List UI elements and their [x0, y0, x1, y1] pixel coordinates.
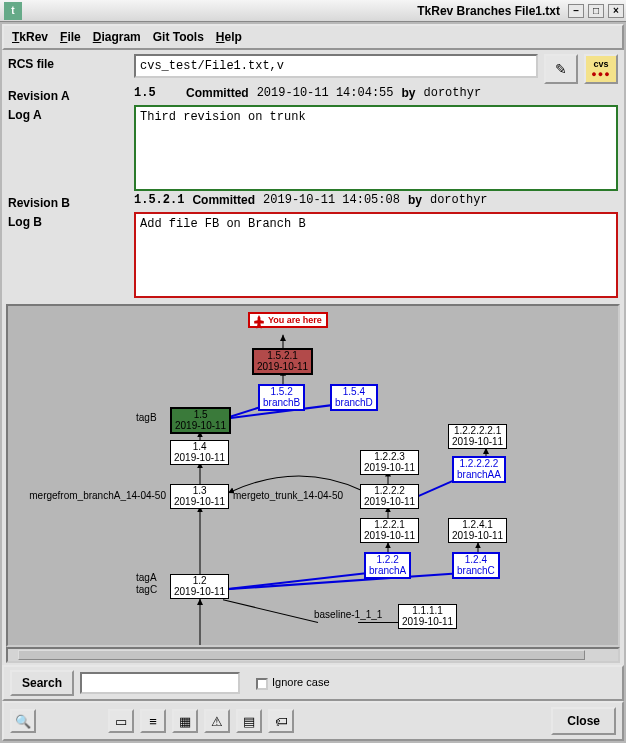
- tag-a-label: tagA: [136, 572, 157, 583]
- panels-icon[interactable]: ▤: [236, 709, 262, 733]
- window-titlebar: t TkRev Branches File1.txt – □ ×: [0, 0, 626, 22]
- menu-bar: TkRev File Diagram Git Tools Help: [2, 24, 624, 50]
- mergefrom-label: mergefrom_branchA_14-04-50: [8, 490, 166, 501]
- node-1-2-2-3[interactable]: 1.2.2.32019-10-11: [360, 450, 419, 475]
- lines-icon[interactable]: ≡: [140, 709, 166, 733]
- svg-line-16: [223, 600, 318, 623]
- node-1-2-2-2-2-1[interactable]: 1.2.2.2.2.12019-10-11: [448, 424, 507, 449]
- palette-icon[interactable]: ▦: [172, 709, 198, 733]
- refresh-icon[interactable]: 🔍: [10, 709, 36, 733]
- node-branch-aa[interactable]: 1.2.2.2.2branchAA: [452, 456, 506, 483]
- node-1-1-1-1[interactable]: 1.1.1.12019-10-11: [398, 604, 457, 629]
- minimize-button[interactable]: –: [568, 4, 584, 18]
- rcs-file-value[interactable]: cvs_test/File1.txt,v: [134, 54, 538, 78]
- cvs-icon[interactable]: cvs●●●: [584, 54, 618, 84]
- node-1-3[interactable]: 1.32019-10-11: [170, 484, 229, 509]
- diagram-hscrollbar[interactable]: [6, 647, 620, 663]
- revision-b-date: 2019-10-11 14:05:08: [263, 193, 400, 207]
- branch-diagram[interactable]: You are here 1.5.2.12019-10-11 1.5.2bran…: [6, 304, 620, 647]
- node-1-2-4-1[interactable]: 1.2.4.12019-10-11: [448, 518, 507, 543]
- revision-b-value: 1.5.2.1: [134, 193, 184, 207]
- search-input[interactable]: [80, 672, 240, 694]
- svg-line-9: [223, 573, 463, 589]
- edit-icon[interactable]: ✎: [544, 54, 578, 84]
- tag-icon[interactable]: 🏷: [268, 709, 294, 733]
- log-b-textarea[interactable]: Add file FB on Branch B: [134, 212, 618, 298]
- node-1-2-2-1[interactable]: 1.2.2.12019-10-11: [360, 518, 419, 543]
- log-b-label: Log B: [8, 212, 128, 229]
- maximize-button[interactable]: □: [588, 4, 604, 18]
- node-1-5[interactable]: 1.52019-10-11: [170, 407, 231, 434]
- svg-line-8: [223, 573, 368, 589]
- node-branch-a[interactable]: 1.2.2branchA: [364, 552, 411, 579]
- bottom-toolbar: 🔍 ▭ ≡ ▦ ⚠ ▤ 🏷 Close: [2, 701, 624, 741]
- baseline-label: baseline-1_1_1: [314, 609, 382, 620]
- close-window-button[interactable]: ×: [608, 4, 624, 18]
- revision-a-author: dorothyr: [424, 86, 482, 100]
- node-1-5-2-1[interactable]: 1.5.2.12019-10-11: [252, 348, 313, 375]
- menu-diagram[interactable]: Diagram: [93, 30, 141, 44]
- tag-b-label: tagB: [136, 412, 157, 423]
- revision-b-label: Revision B: [8, 193, 128, 210]
- log-a-textarea[interactable]: Third revision on trunk: [134, 105, 618, 191]
- node-branch-c[interactable]: 1.2.4branchC: [452, 552, 500, 579]
- revision-b-author: dorothyr: [430, 193, 488, 207]
- app-icon: t: [4, 2, 22, 20]
- annotate-icon[interactable]: ⚠: [204, 709, 230, 733]
- revision-a-value: 1.5: [134, 86, 178, 100]
- node-branch-b[interactable]: 1.5.2branchB: [258, 384, 305, 411]
- revision-a-date: 2019-10-11 14:04:55: [257, 86, 394, 100]
- window-title: TkRev Branches File1.txt: [417, 4, 560, 18]
- node-branch-d[interactable]: 1.5.4branchD: [330, 384, 378, 411]
- rcs-file-label: RCS file: [8, 54, 128, 71]
- page-icon[interactable]: ▭: [108, 709, 134, 733]
- you-are-here-marker: You are here: [248, 312, 328, 328]
- menu-gittools[interactable]: Git Tools: [153, 30, 204, 44]
- revision-a-label: Revision A: [8, 86, 128, 103]
- node-1-2-2-2[interactable]: 1.2.2.22019-10-11: [360, 484, 419, 509]
- node-1-4[interactable]: 1.42019-10-11: [170, 440, 229, 465]
- search-bar: Search Ignore case: [2, 665, 624, 701]
- node-1-2[interactable]: 1.22019-10-11: [170, 574, 229, 599]
- menu-file[interactable]: File: [60, 30, 81, 44]
- log-a-label: Log A: [8, 105, 128, 122]
- menu-help[interactable]: Help: [216, 30, 242, 44]
- menu-tkrev[interactable]: TkRev: [12, 30, 48, 44]
- mergeto-label: mergeto_trunk_14-04-50: [233, 490, 343, 501]
- close-button[interactable]: Close: [551, 707, 616, 735]
- search-button[interactable]: Search: [10, 670, 74, 696]
- tag-c-label: tagC: [136, 584, 157, 595]
- ignore-case-checkbox[interactable]: Ignore case: [256, 676, 329, 689]
